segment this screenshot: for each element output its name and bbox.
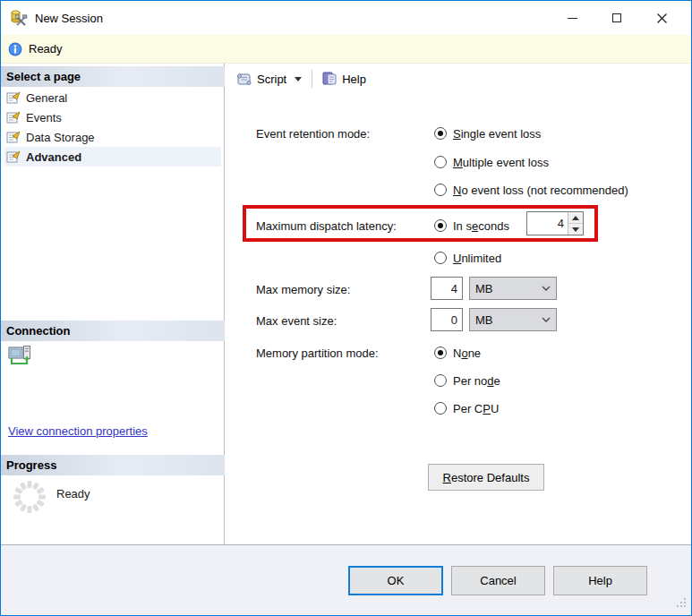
toolbar: Script Help [233, 67, 370, 90]
dispatch-seconds-spinner: 4 [526, 211, 584, 235]
max-event-unit-select[interactable]: MB [469, 308, 557, 331]
dialog-footer: OK Cancel Help [1, 545, 691, 615]
page-icon [6, 130, 21, 144]
event-retention-label: Event retention mode: [256, 127, 370, 141]
radio-label-none: None [453, 346, 481, 360]
arrow-up-icon [572, 216, 579, 220]
sidebar-item-label: Events [26, 111, 62, 124]
script-label: Script [257, 73, 286, 86]
cancel-button[interactable]: Cancel [451, 566, 545, 595]
minimize-icon [568, 18, 577, 19]
page-icon [6, 150, 21, 164]
page-icon [6, 110, 21, 124]
chevron-down-icon [295, 77, 302, 81]
chevron-down-icon [542, 286, 551, 291]
radio-label-multiple-event-loss: Multiple event loss [453, 156, 549, 169]
radio-unlimited[interactable] [434, 252, 447, 264]
status-text: Ready [29, 42, 63, 56]
maximize-icon [612, 13, 621, 22]
spinner-buttons [568, 212, 583, 235]
minimize-button[interactable] [550, 1, 594, 35]
radio-label-unlimited: Unlimited [453, 252, 501, 265]
sidebar-item-label: General [26, 91, 67, 105]
max-memory-unit-value: MB [475, 282, 493, 295]
max-memory-label: Max memory size: [256, 283, 350, 296]
restore-defaults-label: Restore Defaults [443, 471, 530, 484]
info-icon [8, 42, 22, 56]
main-panel: Script Help Event retention mode: [226, 64, 692, 544]
radio-per-cpu[interactable] [434, 402, 447, 415]
sidebar-item-label: Data Storage [26, 131, 95, 144]
memory-partition-label: Memory partition mode: [256, 346, 379, 360]
session-database-icon [10, 9, 28, 27]
chevron-down-icon [542, 317, 551, 322]
restore-defaults-button[interactable]: Restore Defaults [428, 464, 544, 491]
arrow-down-icon [572, 227, 579, 232]
script-icon [236, 73, 252, 86]
help-icon [322, 72, 337, 86]
dispatch-latency-label: Maximum dispatch latency: [256, 219, 397, 233]
max-event-label: Max event size: [256, 314, 337, 328]
sidebar-item-data-storage[interactable]: Data Storage [4, 127, 221, 147]
close-button[interactable] [639, 1, 684, 35]
window-title: New Session [35, 12, 103, 25]
max-event-input[interactable]: 0 [431, 308, 463, 331]
content-area: Select a page General Events Data Storag… [1, 64, 691, 545]
resize-grip[interactable] [675, 596, 687, 611]
spin-up-button[interactable] [568, 212, 583, 224]
page-icon [6, 90, 21, 105]
help-toolbar-button[interactable]: Help [319, 70, 370, 88]
new-session-dialog: New Session Ready Select a page [0, 0, 692, 616]
max-memory-input[interactable]: 4 [431, 277, 463, 300]
radio-single-event-loss[interactable] [434, 127, 447, 140]
radio-label-single-event-loss: Single event loss [453, 127, 541, 141]
radio-label-no-event-loss: No event loss (not recommended) [453, 184, 628, 197]
connection-header: Connection [1, 321, 225, 341]
radio-label-in-seconds: In seconds [453, 219, 509, 233]
radio-no-event-loss[interactable] [434, 184, 447, 196]
sidebar-item-general[interactable]: General [4, 88, 221, 107]
progress-spinner-icon [12, 479, 47, 518]
radio-in-seconds[interactable] [434, 219, 447, 232]
radio-label-per-cpu: Per CPU [453, 402, 499, 415]
close-icon [657, 13, 667, 23]
sidebar-item-events[interactable]: Events [4, 107, 221, 127]
maximize-button[interactable] [594, 1, 639, 35]
title-bar: New Session [1, 1, 691, 35]
progress-header: Progress [1, 455, 225, 475]
select-a-page-header: Select a page [1, 66, 225, 87]
spin-down-button[interactable] [568, 224, 583, 235]
max-memory-unit-select[interactable]: MB [469, 277, 557, 300]
sidebar-item-advanced[interactable]: Advanced [4, 147, 221, 167]
max-event-unit-value: MB [475, 313, 493, 327]
script-button[interactable]: Script [233, 71, 305, 88]
radio-per-node[interactable] [434, 374, 447, 387]
sidebar: Select a page General Events Data Storag… [1, 64, 225, 544]
progress-status-text: Ready [56, 487, 90, 500]
status-bar: Ready [1, 35, 691, 64]
server-connection-icon [8, 346, 33, 369]
view-connection-properties-link[interactable]: View connection properties [8, 424, 148, 438]
help-toolbar-label: Help [342, 73, 366, 86]
radio-partition-none[interactable] [434, 346, 447, 359]
window-controls [550, 1, 684, 35]
dispatch-seconds-input[interactable]: 4 [527, 212, 568, 235]
radio-multiple-event-loss[interactable] [434, 156, 447, 168]
ok-button[interactable]: OK [348, 566, 443, 595]
toolbar-separator [312, 70, 312, 88]
radio-label-per-node: Per node [453, 374, 500, 388]
sidebar-item-label: Advanced [26, 150, 81, 164]
help-button[interactable]: Help [553, 566, 647, 595]
